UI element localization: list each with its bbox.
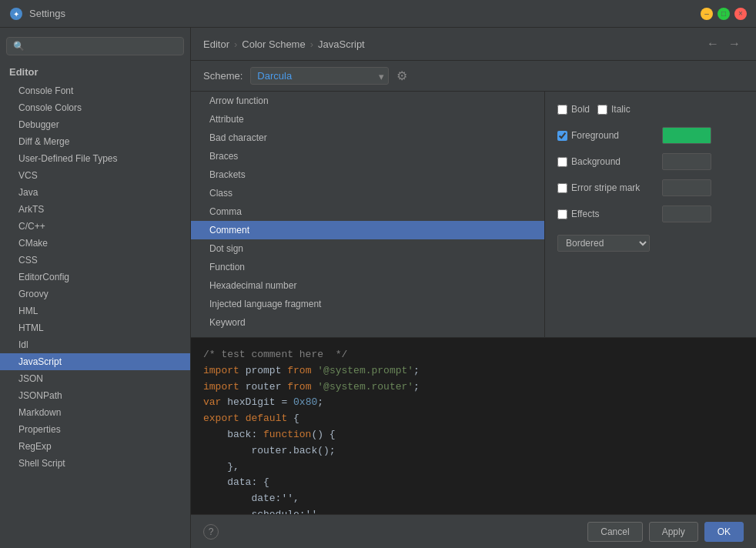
color-list-item-arrow-function[interactable]: Arrow function xyxy=(191,92,544,110)
code-preview: /* test comment here */ import prompt fr… xyxy=(191,337,756,514)
search-input[interactable] xyxy=(6,37,184,55)
back-button[interactable]: ← xyxy=(704,35,722,52)
sidebar-item-user-defined-file-types[interactable]: User-Defined File Types xyxy=(0,150,190,167)
color-list-item-comma[interactable]: Comma xyxy=(191,202,544,221)
sidebar-item-groovy[interactable]: Groovy xyxy=(0,286,190,302)
color-list-item-function[interactable]: Function xyxy=(191,258,544,276)
foreground-color-swatch[interactable] xyxy=(662,127,711,144)
scheme-select-wrapper: Darcula xyxy=(250,67,389,85)
sidebar-item-debugger[interactable]: Debugger xyxy=(0,116,190,133)
sidebar-item-console-font[interactable]: Console Font xyxy=(0,82,190,99)
sidebar-item-regexp[interactable]: RegExp xyxy=(0,438,190,455)
code-line-8: }, xyxy=(203,459,744,476)
italic-checkbox-label[interactable]: Italic xyxy=(597,104,631,115)
color-list-item-dot-sign[interactable]: Dot sign xyxy=(191,239,544,258)
color-list-item-brackets[interactable]: Brackets xyxy=(191,165,544,184)
sidebar-item-css[interactable]: CSS xyxy=(0,252,190,269)
effects-label: Effects xyxy=(571,209,656,219)
app-icon: ✦ xyxy=(9,7,23,21)
bold-label: Bold xyxy=(571,104,590,115)
sidebar-item-markdown[interactable]: Markdown xyxy=(0,404,190,421)
background-label: Background xyxy=(571,156,656,167)
breadcrumb-colorscheme: Color Scheme xyxy=(242,38,305,50)
sidebar-item-vcs[interactable]: VCS xyxy=(0,167,190,184)
panel-body: Arrow functionAttributeBad characterBrac… xyxy=(191,92,756,337)
error-stripe-checkbox[interactable] xyxy=(557,183,567,193)
error-stripe-row: Error stripe mark xyxy=(557,179,744,196)
sidebar-item-console-colors[interactable]: Console Colors xyxy=(0,99,190,116)
color-list-item-bad-character[interactable]: Bad character xyxy=(191,129,544,147)
effects-checkbox[interactable] xyxy=(557,209,567,219)
italic-checkbox[interactable] xyxy=(597,105,607,115)
error-stripe-checkbox-label[interactable]: Error stripe mark xyxy=(557,182,656,193)
sidebar-item-java[interactable]: Java xyxy=(0,184,190,201)
sidebar-item-arkts[interactable]: ArkTS xyxy=(0,201,190,218)
color-category-list: Arrow functionAttributeBad characterBrac… xyxy=(191,92,545,337)
bold-checkbox-label[interactable]: Bold xyxy=(557,104,590,115)
effects-style-select[interactable]: Bordered Underline Bold Underline Strike… xyxy=(557,235,650,252)
sidebar-item-html[interactable]: HTML xyxy=(0,319,190,336)
scheme-select[interactable]: Darcula xyxy=(250,67,389,85)
sidebar-item-javascript[interactable]: JavaScript xyxy=(0,353,190,370)
code-line-6: back: function() { xyxy=(203,427,744,443)
breadcrumb-sep-1: › xyxy=(234,38,237,50)
footer-buttons: Cancel Apply OK xyxy=(587,522,744,542)
sidebar-item-c-c++[interactable]: C/C++ xyxy=(0,218,190,235)
error-stripe-color-swatch[interactable] xyxy=(662,179,711,196)
color-list-item-attribute[interactable]: Attribute xyxy=(191,110,544,129)
sidebar-item-idl[interactable]: Idl xyxy=(0,336,190,353)
sidebar-item-hml[interactable]: HML xyxy=(0,302,190,319)
sidebar: Editor Console FontConsole ColorsDebugge… xyxy=(0,28,191,548)
forward-button[interactable]: → xyxy=(725,35,744,52)
gear-button[interactable]: ⚙ xyxy=(396,68,407,83)
code-line-3: import router from '@system.router'; xyxy=(203,379,744,396)
sidebar-item-cmake[interactable]: CMake xyxy=(0,235,190,252)
effects-color-swatch[interactable] xyxy=(662,206,711,222)
color-list-item-injected-language-fragment[interactable]: Injected language fragment xyxy=(191,295,544,313)
color-list-item-label[interactable]: Label xyxy=(191,332,544,337)
sidebar-item-shell-script[interactable]: Shell Script xyxy=(0,455,190,472)
code-line-2: import prompt from '@system.prompt'; xyxy=(203,363,744,379)
settings-window: ✦ Settings – □ × Editor Console FontCons… xyxy=(0,0,756,548)
color-list-item-comment[interactable]: Comment xyxy=(191,221,544,239)
background-checkbox-label[interactable]: Background xyxy=(557,156,656,167)
foreground-label: Foreground xyxy=(571,130,656,141)
footer: ? Cancel Apply OK xyxy=(191,514,756,548)
window-controls: – □ × xyxy=(701,8,747,20)
sidebar-item-editorconfig[interactable]: EditorConfig xyxy=(0,269,190,286)
code-line-5: export default { xyxy=(203,411,744,427)
ok-button[interactable]: OK xyxy=(704,522,744,542)
main-header: Editor › Color Scheme › JavaScript ← → xyxy=(191,28,756,61)
sidebar-item-properties[interactable]: Properties xyxy=(0,421,190,438)
apply-button[interactable]: Apply xyxy=(649,522,698,542)
breadcrumb-editor: Editor xyxy=(203,38,229,50)
color-list-item-class[interactable]: Class xyxy=(191,184,544,202)
content-area: Editor Console FontConsole ColorsDebugge… xyxy=(0,28,756,548)
minimize-button[interactable]: – xyxy=(701,8,713,20)
bold-checkbox[interactable] xyxy=(557,105,567,115)
sidebar-item-jsonpath[interactable]: JSONPath xyxy=(0,387,190,404)
color-list-item-hexadecimal-number[interactable]: Hexadecimal number xyxy=(191,276,544,295)
foreground-checkbox-label[interactable]: Foreground xyxy=(557,130,656,141)
cancel-button[interactable]: Cancel xyxy=(587,522,642,542)
color-list-item-keyword[interactable]: Keyword xyxy=(191,313,544,332)
footer-left: ? xyxy=(203,524,219,540)
nav-arrows: ← → xyxy=(704,35,744,52)
maximize-button[interactable]: □ xyxy=(718,8,730,20)
background-checkbox[interactable] xyxy=(557,157,567,167)
svg-text:✦: ✦ xyxy=(13,10,19,18)
close-button[interactable]: × xyxy=(734,8,747,20)
effects-checkbox-label[interactable]: Effects xyxy=(557,209,656,219)
text-style-row: Bold Italic xyxy=(557,104,744,115)
foreground-row: Foreground xyxy=(557,127,744,144)
color-list-item-braces[interactable]: Braces xyxy=(191,147,544,165)
help-button[interactable]: ? xyxy=(203,524,219,540)
scheme-label: Scheme: xyxy=(203,70,243,82)
sidebar-item-json[interactable]: JSON xyxy=(0,370,190,387)
foreground-checkbox[interactable] xyxy=(557,131,567,141)
breadcrumb-sep-2: › xyxy=(310,38,313,50)
background-row: Background xyxy=(557,153,744,170)
background-color-swatch[interactable] xyxy=(662,153,711,170)
sidebar-items: Console FontConsole ColorsDebuggerDiff &… xyxy=(0,82,190,472)
sidebar-item-diff---merge[interactable]: Diff & Merge xyxy=(0,133,190,150)
